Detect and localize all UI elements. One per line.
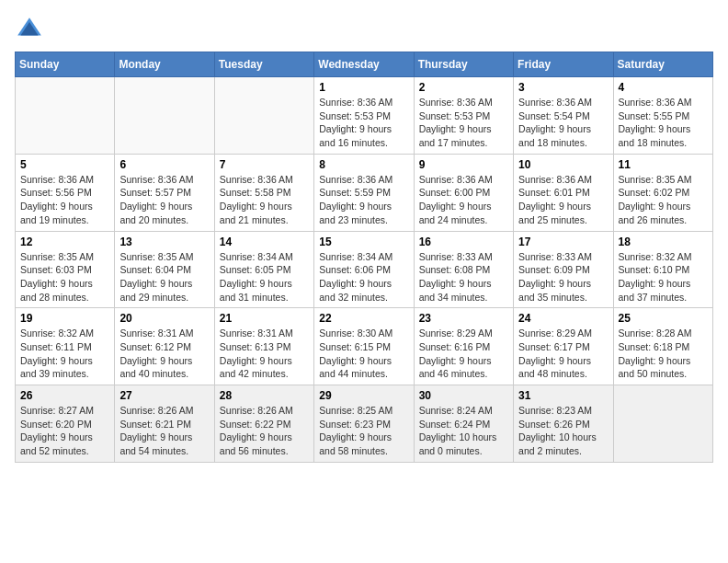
day-info: Sunrise: 8:29 AM Sunset: 6:16 PM Dayligh… xyxy=(419,327,508,381)
day-number: 13 xyxy=(119,236,209,248)
header-day-saturday: Saturday xyxy=(613,52,712,77)
day-number: 7 xyxy=(220,158,309,171)
day-number: 19 xyxy=(20,312,109,325)
calendar-cell: 5Sunrise: 8:36 AM Sunset: 5:56 PM Daylig… xyxy=(16,154,115,231)
day-info: Sunrise: 8:23 AM Sunset: 6:26 PM Dayligh… xyxy=(518,404,608,458)
day-info: Sunrise: 8:36 AM Sunset: 5:53 PM Dayligh… xyxy=(319,96,408,150)
day-number: 14 xyxy=(220,236,309,248)
calendar-week-row: 5Sunrise: 8:36 AM Sunset: 5:56 PM Daylig… xyxy=(16,154,713,231)
calendar-cell: 10Sunrise: 8:36 AM Sunset: 6:01 PM Dayli… xyxy=(514,154,613,231)
calendar-cell: 9Sunrise: 8:36 AM Sunset: 6:00 PM Daylig… xyxy=(414,154,513,231)
calendar-cell: 4Sunrise: 8:36 AM Sunset: 5:55 PM Daylig… xyxy=(613,77,712,155)
calendar-cell: 11Sunrise: 8:35 AM Sunset: 6:02 PM Dayli… xyxy=(613,154,712,231)
day-info: Sunrise: 8:24 AM Sunset: 6:24 PM Dayligh… xyxy=(419,404,508,458)
day-info: Sunrise: 8:36 AM Sunset: 5:57 PM Dayligh… xyxy=(119,173,209,227)
day-info: Sunrise: 8:31 AM Sunset: 6:13 PM Dayligh… xyxy=(220,327,309,381)
day-number: 3 xyxy=(518,81,608,94)
calendar-week-row: 12Sunrise: 8:35 AM Sunset: 6:03 PM Dayli… xyxy=(16,231,713,308)
calendar-cell: 21Sunrise: 8:31 AM Sunset: 6:13 PM Dayli… xyxy=(214,308,313,385)
calendar-cell: 13Sunrise: 8:35 AM Sunset: 6:04 PM Dayli… xyxy=(115,231,214,308)
calendar-cell: 1Sunrise: 8:36 AM Sunset: 5:53 PM Daylig… xyxy=(314,77,414,155)
day-info: Sunrise: 8:35 AM Sunset: 6:03 PM Dayligh… xyxy=(20,250,109,304)
header-day-sunday: Sunday xyxy=(16,52,115,77)
day-number: 23 xyxy=(419,312,508,325)
calendar-week-row: 26Sunrise: 8:27 AM Sunset: 6:20 PM Dayli… xyxy=(16,385,713,463)
day-number: 2 xyxy=(419,81,508,94)
day-info: Sunrise: 8:30 AM Sunset: 6:15 PM Dayligh… xyxy=(319,327,408,381)
day-number: 6 xyxy=(119,158,209,171)
logo-icon xyxy=(15,15,44,44)
day-info: Sunrise: 8:36 AM Sunset: 6:00 PM Dayligh… xyxy=(419,173,508,227)
day-number: 25 xyxy=(619,312,708,325)
calendar-cell: 27Sunrise: 8:26 AM Sunset: 6:21 PM Dayli… xyxy=(115,385,214,463)
calendar-cell: 3Sunrise: 8:36 AM Sunset: 5:54 PM Daylig… xyxy=(514,77,613,155)
day-info: Sunrise: 8:36 AM Sunset: 5:53 PM Dayligh… xyxy=(419,96,508,150)
calendar-cell: 12Sunrise: 8:35 AM Sunset: 6:03 PM Dayli… xyxy=(16,231,115,308)
calendar-cell: 18Sunrise: 8:32 AM Sunset: 6:10 PM Dayli… xyxy=(613,231,712,308)
calendar-cell: 16Sunrise: 8:33 AM Sunset: 6:08 PM Dayli… xyxy=(414,231,513,308)
calendar-cell: 31Sunrise: 8:23 AM Sunset: 6:26 PM Dayli… xyxy=(514,385,613,463)
day-number: 31 xyxy=(518,389,608,402)
calendar-cell: 19Sunrise: 8:32 AM Sunset: 6:11 PM Dayli… xyxy=(16,308,115,385)
calendar-cell: 22Sunrise: 8:30 AM Sunset: 6:15 PM Dayli… xyxy=(314,308,414,385)
day-number: 9 xyxy=(419,158,508,171)
calendar-table: SundayMondayTuesdayWednesdayThursdayFrid… xyxy=(15,52,713,463)
day-number: 21 xyxy=(220,312,309,325)
calendar-cell: 26Sunrise: 8:27 AM Sunset: 6:20 PM Dayli… xyxy=(16,385,115,463)
day-info: Sunrise: 8:36 AM Sunset: 5:56 PM Dayligh… xyxy=(20,173,109,227)
day-number: 24 xyxy=(518,312,608,325)
day-number: 18 xyxy=(619,236,708,248)
calendar-cell: 29Sunrise: 8:25 AM Sunset: 6:23 PM Dayli… xyxy=(314,385,414,463)
day-info: Sunrise: 8:29 AM Sunset: 6:17 PM Dayligh… xyxy=(518,327,608,381)
day-info: Sunrise: 8:36 AM Sunset: 5:55 PM Dayligh… xyxy=(619,96,708,150)
day-number: 29 xyxy=(319,389,408,402)
header-day-thursday: Thursday xyxy=(414,52,513,77)
day-number: 15 xyxy=(319,236,408,248)
calendar-cell: 6Sunrise: 8:36 AM Sunset: 5:57 PM Daylig… xyxy=(115,154,214,231)
calendar-cell: 28Sunrise: 8:26 AM Sunset: 6:22 PM Dayli… xyxy=(214,385,313,463)
day-number: 26 xyxy=(20,389,109,402)
header-day-monday: Monday xyxy=(115,52,214,77)
calendar-cell xyxy=(214,77,313,155)
day-number: 30 xyxy=(419,389,508,402)
calendar-cell: 8Sunrise: 8:36 AM Sunset: 5:59 PM Daylig… xyxy=(314,154,414,231)
day-number: 8 xyxy=(319,158,408,171)
day-number: 28 xyxy=(220,389,309,402)
day-info: Sunrise: 8:36 AM Sunset: 6:01 PM Dayligh… xyxy=(518,173,608,227)
day-number: 5 xyxy=(20,158,109,171)
calendar-cell: 2Sunrise: 8:36 AM Sunset: 5:53 PM Daylig… xyxy=(414,77,513,155)
header-day-friday: Friday xyxy=(514,52,613,77)
day-info: Sunrise: 8:33 AM Sunset: 6:08 PM Dayligh… xyxy=(419,250,508,304)
calendar-cell: 15Sunrise: 8:34 AM Sunset: 6:06 PM Dayli… xyxy=(314,231,414,308)
day-info: Sunrise: 8:26 AM Sunset: 6:21 PM Dayligh… xyxy=(119,404,209,458)
day-number: 4 xyxy=(619,81,708,94)
calendar-cell: 7Sunrise: 8:36 AM Sunset: 5:58 PM Daylig… xyxy=(214,154,313,231)
day-number: 20 xyxy=(119,312,209,325)
calendar-week-row: 19Sunrise: 8:32 AM Sunset: 6:11 PM Dayli… xyxy=(16,308,713,385)
day-number: 12 xyxy=(20,236,109,248)
calendar-cell: 23Sunrise: 8:29 AM Sunset: 6:16 PM Dayli… xyxy=(414,308,513,385)
day-info: Sunrise: 8:32 AM Sunset: 6:10 PM Dayligh… xyxy=(619,250,708,304)
day-info: Sunrise: 8:31 AM Sunset: 6:12 PM Dayligh… xyxy=(119,327,209,381)
calendar-body: 1Sunrise: 8:36 AM Sunset: 5:53 PM Daylig… xyxy=(16,77,713,463)
calendar-header-row: SundayMondayTuesdayWednesdayThursdayFrid… xyxy=(16,52,713,77)
logo xyxy=(15,15,48,44)
day-info: Sunrise: 8:26 AM Sunset: 6:22 PM Dayligh… xyxy=(220,404,309,458)
day-info: Sunrise: 8:35 AM Sunset: 6:04 PM Dayligh… xyxy=(119,250,209,304)
calendar-cell: 14Sunrise: 8:34 AM Sunset: 6:05 PM Dayli… xyxy=(214,231,313,308)
day-info: Sunrise: 8:36 AM Sunset: 5:58 PM Dayligh… xyxy=(220,173,309,227)
day-info: Sunrise: 8:33 AM Sunset: 6:09 PM Dayligh… xyxy=(518,250,608,304)
calendar-cell xyxy=(613,385,712,463)
day-info: Sunrise: 8:34 AM Sunset: 6:05 PM Dayligh… xyxy=(220,250,309,304)
day-info: Sunrise: 8:36 AM Sunset: 5:54 PM Dayligh… xyxy=(518,96,608,150)
day-number: 1 xyxy=(319,81,408,94)
day-number: 27 xyxy=(119,389,209,402)
day-info: Sunrise: 8:32 AM Sunset: 6:11 PM Dayligh… xyxy=(20,327,109,381)
day-info: Sunrise: 8:27 AM Sunset: 6:20 PM Dayligh… xyxy=(20,404,109,458)
header-day-tuesday: Tuesday xyxy=(214,52,313,77)
calendar-cell xyxy=(115,77,214,155)
day-info: Sunrise: 8:34 AM Sunset: 6:06 PM Dayligh… xyxy=(319,250,408,304)
day-info: Sunrise: 8:35 AM Sunset: 6:02 PM Dayligh… xyxy=(619,173,708,227)
calendar-cell: 25Sunrise: 8:28 AM Sunset: 6:18 PM Dayli… xyxy=(613,308,712,385)
calendar-cell: 17Sunrise: 8:33 AM Sunset: 6:09 PM Dayli… xyxy=(514,231,613,308)
